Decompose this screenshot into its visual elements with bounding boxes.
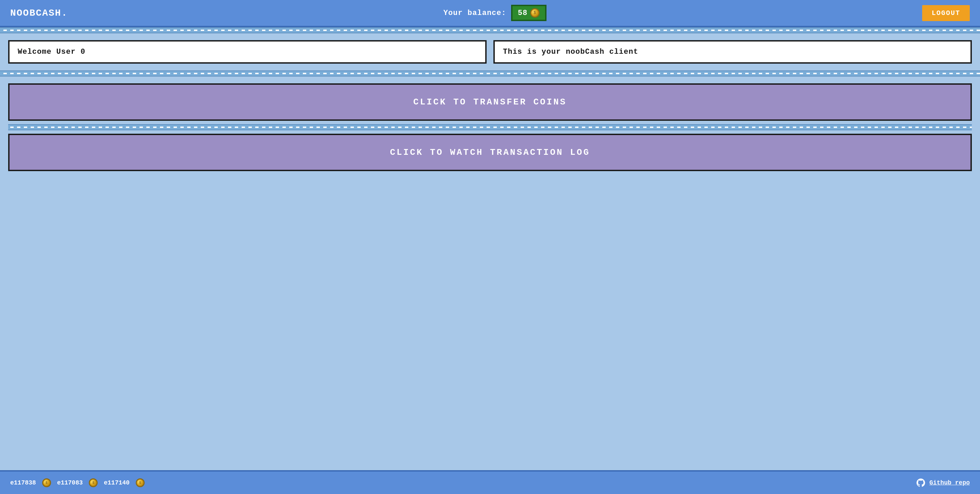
balance-display: Your balance: 58 [443, 5, 546, 21]
node1-label: e117838 [10, 480, 36, 486]
github-link[interactable]: Github repo [916, 478, 970, 488]
github-label[interactable]: Github repo [929, 480, 970, 486]
coin-icon [530, 8, 540, 18]
coin-icon-3 [136, 478, 145, 487]
app-header: NOOBCASH. Your balance: 58 LOGOUT [0, 0, 980, 27]
app-title: NOOBCASH. [10, 8, 68, 18]
transfer-button[interactable]: CLICK TO TRANSFER COINS [8, 83, 972, 121]
app-footer: e117838 e117083 e117140 Github repo [0, 470, 980, 494]
welcome-box: Welcome User 0 [8, 40, 487, 64]
coin-icon-2 [89, 478, 98, 487]
logout-button[interactable]: LOGOUT [922, 5, 970, 21]
coin-icon-1 [42, 478, 51, 487]
top-separator [0, 27, 980, 33]
welcome-section: Welcome User 0 This is your noobCash cli… [0, 33, 980, 70]
balance-label: Your balance: [443, 9, 506, 17]
info-box: This is your noobCash client [493, 40, 972, 64]
watchlog-button-wrapper: CLICK TO WATCH TRANSACTION LOG [8, 130, 972, 175]
main-content: CLICK TO TRANSFER COINS CLICK TO WATCH T… [0, 76, 980, 470]
node2-label: e117083 [57, 480, 83, 486]
middle-separator-2 [8, 124, 972, 130]
footer-nodes: e117838 e117083 e117140 [10, 478, 145, 487]
node3-label: e117140 [104, 480, 130, 486]
github-icon [916, 478, 926, 488]
transfer-button-wrapper: CLICK TO TRANSFER COINS [8, 80, 972, 124]
middle-separator-1 [0, 70, 980, 76]
balance-box: 58 [511, 5, 546, 21]
balance-value: 58 [518, 9, 527, 17]
watchlog-button[interactable]: CLICK TO WATCH TRANSACTION LOG [8, 134, 972, 171]
